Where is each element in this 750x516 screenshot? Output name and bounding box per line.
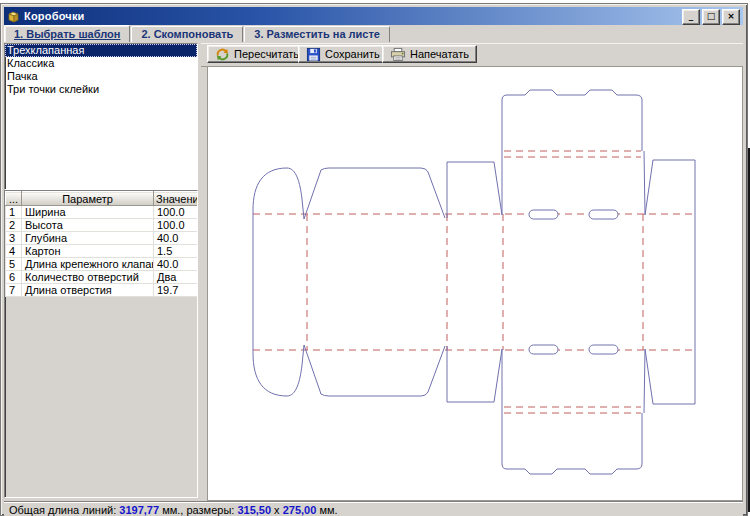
cut-line — [304, 345, 445, 396]
template-listbox[interactable]: Трехклапанная Классика Пачка Три точки с… — [4, 43, 198, 190]
row-index: 1 — [6, 206, 22, 219]
row-index: 5 — [6, 258, 22, 271]
param-value[interactable]: 40.0 — [154, 232, 199, 245]
drawing-canvas — [207, 66, 743, 501]
status-label-total: Общая длина линий: — [9, 504, 119, 516]
tab-choose-template[interactable]: 1. Выбрать шаблон — [4, 25, 130, 42]
title-bar[interactable]: Коробочки _ □ × — [4, 7, 743, 25]
status-size-width: 315,50 — [237, 504, 271, 516]
row-index: 4 — [6, 245, 22, 258]
param-value[interactable]: 100.0 — [154, 206, 199, 219]
cut-line — [447, 346, 502, 402]
print-label: Напечатать — [410, 48, 469, 60]
print-button[interactable]: Напечатать — [382, 45, 477, 63]
col-header-parameter[interactable]: Параметр — [22, 192, 154, 206]
cut-line — [253, 345, 304, 396]
status-total-length: 3197,77 — [119, 504, 159, 516]
recalculate-label: Пересчитать — [234, 48, 299, 60]
window-title: Коробочки — [24, 10, 85, 22]
table-row: 3 Глубина 40.0 — [6, 232, 199, 245]
save-icon — [306, 47, 321, 62]
table-row: 6 Количество отверстий Два — [6, 271, 199, 284]
list-item-template[interactable]: Классика — [5, 57, 197, 70]
param-name: Глубина — [22, 232, 154, 245]
param-name: Картон — [22, 245, 154, 258]
table-row: 7 Длина отверстия 19.7 — [6, 284, 199, 297]
close-button[interactable]: × — [722, 9, 740, 25]
die-drawing — [208, 67, 742, 500]
status-size-sep: x — [271, 504, 283, 516]
cut-line — [447, 162, 502, 218]
lock-slot — [529, 210, 558, 219]
col-header-value[interactable]: Значение — [154, 192, 199, 206]
param-name: Ширина — [22, 206, 154, 219]
table-row: 4 Картон 1.5 — [6, 245, 199, 258]
cut-line — [253, 168, 304, 219]
parameter-table-panel: ... Параметр Значение 1 Ширина 100.0 2 В… — [4, 190, 198, 498]
param-value[interactable]: Два — [154, 271, 199, 284]
cut-line — [644, 151, 645, 215]
table-row: 2 Высота 100.0 — [6, 219, 199, 232]
list-item-template[interactable]: Три точки склейки — [5, 83, 197, 96]
recalculate-button[interactable]: Пересчитать — [207, 45, 307, 63]
table-row: 1 Ширина 100.0 — [6, 206, 199, 219]
col-header-index[interactable]: ... — [6, 192, 22, 206]
toolbar: Пересчитать Сохранить Напечатать — [201, 43, 743, 67]
maximize-button[interactable]: □ — [702, 9, 720, 25]
status-units: мм. — [316, 504, 337, 516]
minimize-button[interactable]: _ — [682, 9, 700, 25]
cut-line — [304, 168, 445, 219]
row-index: 6 — [6, 271, 22, 284]
app-box-icon[interactable] — [7, 10, 20, 23]
param-name: Высота — [22, 219, 154, 232]
param-name: Количество отверстий — [22, 271, 154, 284]
tab-bar: 1. Выбрать шаблон 2. Скомпоновать 3. Раз… — [4, 26, 391, 42]
param-name: Длина отверстия — [22, 284, 154, 297]
window-controls: _ □ × — [682, 9, 740, 25]
status-bar: Общая длина линий: 3197,77 мм., размеры:… — [4, 502, 743, 516]
param-value[interactable]: 100.0 — [154, 219, 199, 232]
param-name: Длина крепежного клапана — [22, 258, 154, 271]
row-index: 7 — [6, 284, 22, 297]
app-window: Коробочки _ □ × 1. Выбрать шаблон 2. Ско… — [0, 3, 748, 516]
print-icon — [390, 47, 406, 62]
param-value[interactable]: 40.0 — [154, 258, 199, 271]
save-button[interactable]: Сохранить — [298, 45, 388, 63]
cut-line — [645, 160, 695, 404]
lock-slot — [529, 345, 558, 354]
list-item-template[interactable]: Трехклапанная — [5, 44, 197, 57]
tab-place-on-sheet[interactable]: 3. Разместить на листе — [244, 26, 390, 42]
panel-splitter[interactable] — [198, 43, 201, 498]
lock-slot — [589, 210, 618, 219]
recalculate-icon — [215, 47, 230, 62]
row-index: 2 — [6, 219, 22, 232]
lock-slot — [589, 345, 618, 354]
row-index: 3 — [6, 232, 22, 245]
status-size-height: 275,00 — [283, 504, 317, 516]
table-header-row: ... Параметр Значение — [6, 192, 199, 206]
status-label-size: мм., размеры: — [159, 504, 237, 516]
table-row: 5 Длина крепежного клапана 40.0 — [6, 258, 199, 271]
param-value[interactable]: 1.5 — [154, 245, 199, 258]
cut-line — [502, 413, 642, 474]
list-item-template[interactable]: Пачка — [5, 70, 197, 83]
param-value[interactable]: 19.7 — [154, 284, 199, 297]
cut-line — [502, 90, 642, 151]
save-label: Сохранить — [325, 48, 380, 60]
cut-line — [644, 349, 645, 413]
parameter-table: ... Параметр Значение 1 Ширина 100.0 2 В… — [5, 191, 198, 297]
tab-compose[interactable]: 2. Скомпоновать — [131, 26, 243, 42]
